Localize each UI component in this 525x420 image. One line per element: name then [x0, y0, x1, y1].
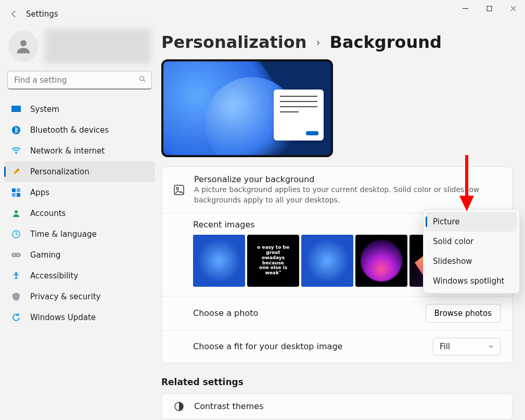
sidebar-item-label: System: [30, 105, 59, 114]
sidebar-item-privacy[interactable]: Privacy & security: [4, 286, 155, 307]
contrast-icon: [173, 401, 185, 412]
personalize-desc: A picture background applies to your cur…: [194, 184, 501, 206]
breadcrumb: Personalization › Background: [161, 32, 513, 52]
window-title: Settings: [26, 9, 58, 19]
sidebar: System Bluetooth & devices Network & int…: [0, 25, 160, 420]
sidebar-nav: System Bluetooth & devices Network & int…: [4, 99, 155, 328]
breadcrumb-separator: ›: [316, 36, 321, 48]
dropdown-option-spotlight[interactable]: Windows spotlight: [426, 271, 517, 291]
contrast-themes-row[interactable]: Contrast themes: [162, 394, 512, 419]
fit-select[interactable]: Fill: [433, 338, 501, 355]
chevron-down-icon: [488, 342, 494, 351]
sidebar-item-personalization[interactable]: Personalization: [4, 161, 155, 182]
recent-thumb[interactable]: [301, 235, 353, 287]
svg-rect-10: [17, 193, 20, 197]
background-type-dropdown[interactable]: Picture Solid color Slideshow Windows sp…: [423, 209, 520, 294]
sidebar-item-label: Bluetooth & devices: [30, 125, 109, 135]
choose-photo-row: Choose a photo Browse photos: [162, 297, 512, 330]
desktop-preview: [161, 59, 333, 157]
browse-photos-button[interactable]: Browse photos: [426, 304, 501, 323]
bluetooth-icon: [11, 126, 21, 134]
preview-window-mock: [274, 90, 324, 141]
title-bar: Settings: [0, 0, 525, 25]
sidebar-item-accessibility[interactable]: Accessibility: [4, 265, 155, 286]
sidebar-item-bluetooth[interactable]: Bluetooth & devices: [4, 120, 155, 141]
sidebar-item-label: Gaming: [30, 250, 61, 260]
monitor-icon: [11, 106, 21, 113]
maximize-button[interactable]: [477, 0, 501, 17]
svg-point-1: [20, 40, 27, 46]
search-icon: [139, 75, 146, 85]
contrast-themes-label: Contrast themes: [194, 401, 501, 411]
sidebar-item-label: Apps: [30, 188, 49, 197]
svg-point-6: [16, 153, 17, 154]
wifi-icon: [11, 147, 21, 155]
avatar: [8, 31, 39, 62]
svg-rect-8: [17, 188, 20, 192]
paintbrush-icon: [11, 168, 21, 176]
related-settings-title: Related settings: [161, 377, 513, 387]
refresh-icon: [11, 313, 21, 322]
clock-globe-icon: [11, 230, 21, 238]
minimize-button[interactable]: [453, 0, 477, 17]
sidebar-item-accounts[interactable]: Accounts: [4, 203, 155, 224]
sidebar-item-windows-update[interactable]: Windows Update: [4, 307, 155, 328]
search-input[interactable]: [14, 75, 139, 85]
sidebar-item-label: Windows Update: [30, 313, 96, 322]
recent-thumb[interactable]: [355, 235, 407, 287]
svg-point-18: [176, 187, 178, 189]
fit-select-value: Fill: [440, 342, 450, 351]
sidebar-item-label: Privacy & security: [30, 292, 100, 301]
gamepad-icon: [11, 252, 21, 258]
accessibility-icon: [11, 272, 21, 280]
main-content: Personalization › Background Personalize…: [160, 25, 525, 420]
personalize-row: Personalize your background A picture ba…: [162, 167, 512, 213]
choose-fit-row: Choose a fit for your desktop image Fill: [162, 330, 512, 363]
svg-rect-4: [11, 111, 21, 112]
account-card[interactable]: [4, 29, 155, 71]
recent-thumb[interactable]: o easy to be greatowadays becauseone els…: [247, 235, 299, 287]
personalize-title: Personalize your background: [194, 174, 501, 184]
svg-rect-9: [12, 193, 16, 197]
dropdown-option-slideshow[interactable]: Slideshow: [426, 251, 517, 271]
sidebar-item-label: Accessibility: [30, 271, 78, 281]
related-panel: Contrast themes: [161, 393, 513, 419]
image-icon: [173, 185, 185, 195]
recent-thumb[interactable]: [193, 235, 245, 287]
sidebar-item-apps[interactable]: Apps: [4, 182, 155, 203]
account-name-redacted: [45, 29, 151, 63]
svg-rect-0: [487, 6, 492, 11]
sidebar-item-network[interactable]: Network & internet: [4, 141, 155, 161]
breadcrumb-current: Background: [330, 32, 442, 52]
sidebar-item-system[interactable]: System: [4, 99, 155, 120]
close-button[interactable]: [501, 0, 525, 17]
sidebar-item-gaming[interactable]: Gaming: [4, 245, 155, 265]
svg-rect-7: [12, 188, 16, 192]
apps-icon: [11, 188, 21, 197]
choose-fit-label: Choose a fit for your desktop image: [193, 341, 433, 351]
svg-point-2: [140, 77, 144, 81]
svg-point-11: [15, 210, 18, 213]
sidebar-item-label: Personalization: [30, 167, 89, 176]
svg-point-14: [14, 254, 15, 256]
svg-point-16: [15, 272, 17, 274]
sidebar-item-label: Accounts: [30, 209, 66, 218]
dropdown-option-solid-color[interactable]: Solid color: [426, 232, 517, 251]
choose-photo-label: Choose a photo: [193, 308, 426, 318]
dropdown-option-picture[interactable]: Picture: [426, 212, 517, 232]
sidebar-item-label: Time & language: [30, 230, 97, 239]
person-icon: [11, 209, 21, 218]
svg-rect-3: [11, 106, 21, 112]
shield-icon: [11, 292, 21, 301]
search-box[interactable]: [7, 71, 152, 90]
svg-point-15: [18, 254, 19, 256]
breadcrumb-parent[interactable]: Personalization: [161, 32, 307, 52]
sidebar-item-label: Network & internet: [30, 146, 105, 156]
svg-rect-13: [11, 253, 21, 257]
back-button[interactable]: [9, 9, 19, 19]
sidebar-item-time-language[interactable]: Time & language: [4, 224, 155, 245]
